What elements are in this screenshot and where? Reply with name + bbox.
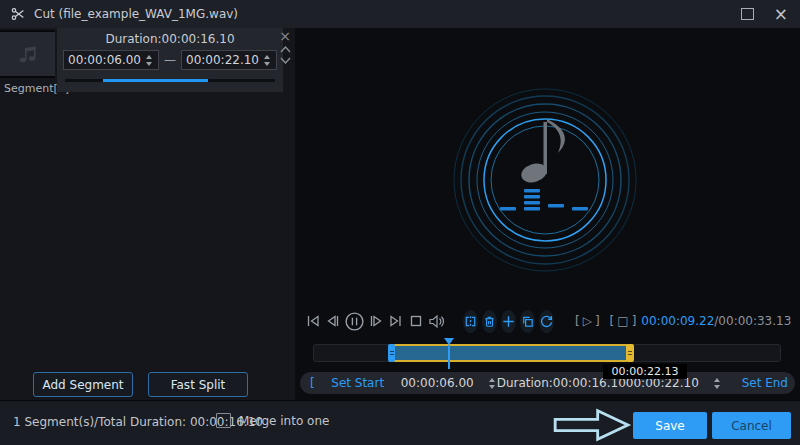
stepper-up-icon[interactable] xyxy=(146,55,152,59)
stepper-up-icon[interactable] xyxy=(264,55,270,59)
set-start-button[interactable]: Set Start xyxy=(315,376,401,390)
stop-button[interactable] xyxy=(407,309,425,333)
segment-start-value: 00:00:06.00 xyxy=(68,53,141,67)
stop-segment-button[interactable]: [ □ ] xyxy=(610,314,637,328)
trim-start-value: 00:00:06.00 xyxy=(401,376,474,390)
skip-end-button[interactable] xyxy=(387,309,405,333)
cancel-button[interactable]: Cancel xyxy=(712,412,791,439)
segment-end-stepper[interactable] xyxy=(262,53,272,68)
annotation-arrow-icon xyxy=(551,408,633,442)
remove-segment-icon[interactable]: × xyxy=(279,30,291,42)
segment-start-stepper[interactable] xyxy=(144,53,154,68)
titlebar: Cut (file_example_WAV_1MG.wav) × xyxy=(0,0,800,28)
volume-button[interactable] xyxy=(427,309,446,333)
transport-controls: [ ▷ ] [ □ ] 00:00:09.22/00:00:33.13 xyxy=(303,307,790,335)
delete-segment-button[interactable] xyxy=(482,310,497,333)
timeline-selection[interactable] xyxy=(393,344,628,362)
segment-thumbnail[interactable] xyxy=(0,30,55,78)
add-segment-icon-button[interactable] xyxy=(501,310,516,333)
segment-end-value: 00:00:22.10 xyxy=(186,53,259,67)
stepper-down-icon[interactable] xyxy=(146,62,152,66)
trim-bar: [ Set Start 00:00:06.00 Duration:00:00:1… xyxy=(300,372,795,394)
merge-checkbox[interactable] xyxy=(216,413,231,428)
timeline-track[interactable] xyxy=(313,344,781,362)
equalizer-bars xyxy=(500,189,588,211)
footer: 1 Segment(s)/Total Duration: 00:00:16.10… xyxy=(0,400,800,445)
segment-move-down-icon[interactable] xyxy=(280,57,291,64)
playhead[interactable] xyxy=(443,338,455,369)
trim-start-stepper[interactable] xyxy=(487,376,497,391)
segment-editor: Duration:00:00:16.10 00:00:06.00 — 00:00… xyxy=(57,28,283,92)
segment-end-input[interactable]: 00:00:22.10 xyxy=(181,50,277,70)
fast-split-button[interactable]: Fast Split xyxy=(148,372,248,397)
trim-start-input[interactable]: 00:00:06.00 xyxy=(401,376,497,391)
cut-dialog: Cut (file_example_WAV_1MG.wav) × Segment… xyxy=(0,0,800,445)
selection-end-handle[interactable] xyxy=(626,344,634,362)
split-button[interactable] xyxy=(463,310,478,333)
play-icon: ▷ xyxy=(583,314,592,328)
segment-mini-timeline-fill xyxy=(103,79,208,82)
preview-area: [ ▷ ] [ □ ] 00:00:09.22/00:00:33.13 xyxy=(295,28,800,400)
trim-end-stepper[interactable] xyxy=(712,376,722,391)
stepper-down-icon[interactable] xyxy=(489,385,495,389)
music-note-icon xyxy=(519,119,565,186)
segment-mini-timeline xyxy=(65,79,275,82)
add-segment-button[interactable]: Add Segment xyxy=(33,372,133,397)
stepper-down-icon[interactable] xyxy=(714,385,720,389)
copy-segment-button[interactable] xyxy=(520,310,535,333)
step-forward-button[interactable] xyxy=(367,309,385,333)
stepper-up-icon[interactable] xyxy=(714,378,720,382)
window-title: Cut (file_example_WAV_1MG.wav) xyxy=(34,7,238,21)
audio-visualization xyxy=(445,80,645,280)
segment-duration-text: Duration:00:00:16.10 xyxy=(63,32,277,46)
maximize-icon[interactable] xyxy=(741,8,754,20)
stepper-down-icon[interactable] xyxy=(264,62,270,66)
play-segment-button[interactable]: [ ▷ ] xyxy=(575,314,600,328)
playhead-line xyxy=(448,345,450,369)
save-button[interactable]: Save xyxy=(633,412,707,439)
stop-icon: □ xyxy=(617,314,628,328)
reset-button[interactable] xyxy=(539,310,554,333)
pause-button[interactable] xyxy=(344,309,365,333)
merge-into-one[interactable]: Merge into one xyxy=(216,413,329,428)
merge-label: Merge into one xyxy=(239,414,329,428)
segment-move-up-icon[interactable] xyxy=(280,46,291,53)
total-time: /00:00:33.13 xyxy=(714,314,791,328)
step-back-button[interactable] xyxy=(324,309,342,333)
music-notes-icon xyxy=(15,41,41,67)
drag-time-tooltip: 00:00:22.13 xyxy=(603,364,687,379)
selection-start-handle[interactable] xyxy=(388,344,395,362)
skip-start-button[interactable] xyxy=(304,309,322,333)
close-icon[interactable]: × xyxy=(774,6,788,23)
segment-panel: Segment[1] Duration:00:00:16.10 00:00:06… xyxy=(0,28,295,400)
current-time: 00:00:09.22 xyxy=(641,314,714,328)
segment-start-input[interactable]: 00:00:06.00 xyxy=(63,50,159,70)
set-end-button[interactable]: Set End xyxy=(722,376,800,390)
stepper-up-icon[interactable] xyxy=(489,378,495,382)
scissors-icon xyxy=(9,6,26,23)
playhead-triangle-icon xyxy=(444,338,454,345)
time-display: 00:00:09.22/00:00:33.13 xyxy=(641,314,791,328)
range-separator: — xyxy=(164,53,176,67)
